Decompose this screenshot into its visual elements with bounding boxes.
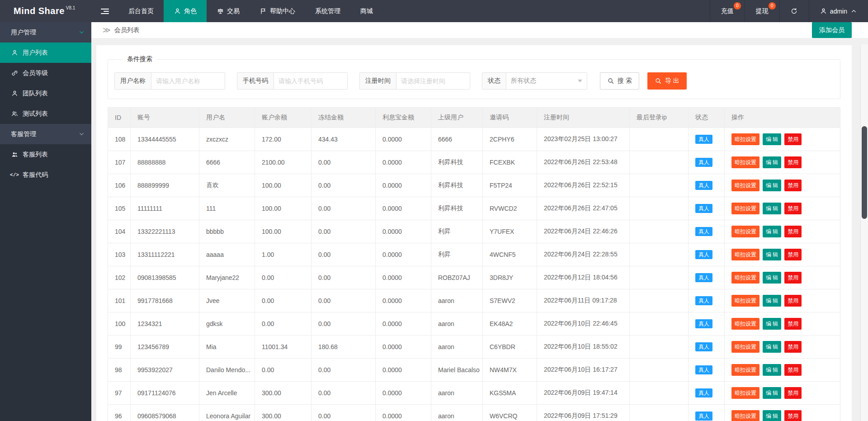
top-nav-item-5[interactable]: 商城 (350, 0, 383, 22)
top-nav-item-2[interactable]: 交易 (207, 0, 250, 22)
status-badge[interactable]: 真人 (695, 250, 712, 259)
action-button-2[interactable]: 禁用 (784, 387, 802, 399)
action-button-1[interactable]: 编 辑 (763, 180, 781, 191)
sidebar-item-1-1[interactable]: </>客服代码 (0, 165, 91, 185)
action-button-1[interactable]: 编 辑 (763, 133, 781, 145)
cell-balance: 300.00 (255, 405, 311, 421)
cell-id: 106 (108, 174, 131, 197)
action-button-1[interactable]: 编 辑 (763, 156, 781, 168)
cell-parent: 利昇科技 (431, 151, 483, 174)
status-badge[interactable]: 真人 (695, 365, 712, 374)
top-nav-item-1[interactable]: 角色 (164, 0, 207, 22)
action-button-0[interactable]: 暗扣设置 (731, 156, 760, 168)
add-member-button[interactable]: 添加会员 (812, 22, 852, 38)
action-button-2[interactable]: 禁用 (784, 226, 802, 237)
top-nav-label: 角色 (184, 7, 197, 15)
action-button-2[interactable]: 禁用 (784, 203, 802, 214)
action-button-1[interactable]: 编 辑 (763, 387, 781, 399)
sidebar-item-0-2[interactable]: 团队列表 (0, 83, 91, 104)
search-field-input-0[interactable] (151, 73, 225, 89)
status-badge[interactable]: 真人 (695, 181, 712, 190)
cell-username: gdksk (199, 312, 255, 336)
topbar-recharge-button[interactable]: 充值 0 (710, 0, 745, 22)
search-field-input-1[interactable] (274, 73, 347, 89)
action-button-0[interactable]: 暗扣设置 (731, 249, 760, 260)
action-button-0[interactable]: 暗扣设置 (731, 133, 760, 145)
cell-reg_time: 2022年06月26日 22:52:15 (537, 174, 630, 197)
action-button-2[interactable]: 禁用 (784, 249, 802, 260)
status-badge[interactable]: 真人 (695, 158, 712, 167)
action-button-0[interactable]: 暗扣设置 (731, 180, 760, 191)
status-badge[interactable]: 真人 (695, 319, 712, 328)
status-badge[interactable]: 真人 (695, 273, 712, 282)
cell-interest: 0.0000 (376, 197, 431, 220)
search-field-input-2[interactable] (396, 73, 470, 89)
status-badge[interactable]: 真人 (695, 388, 712, 397)
action-button-0[interactable]: 暗扣设置 (731, 364, 760, 376)
action-button-0[interactable]: 暗扣设置 (731, 203, 760, 214)
sidebar-item-0-1[interactable]: 会员等级 (0, 63, 91, 83)
chevron-up-icon (850, 8, 857, 15)
scrollbar-thumb[interactable] (862, 126, 867, 219)
status-badge[interactable]: 真人 (695, 204, 712, 213)
cell-id: 99 (108, 336, 131, 359)
refresh-button[interactable] (779, 0, 809, 22)
action-button-0[interactable]: 暗扣设置 (731, 387, 760, 399)
sidebar-group-title-1[interactable]: 客服管理 (0, 124, 91, 144)
status-select[interactable]: 所有状态 (506, 73, 587, 89)
action-button-1[interactable]: 编 辑 (763, 272, 781, 284)
vertical-scrollbar[interactable] (860, 44, 868, 421)
cell-account: 9953922027 (131, 359, 199, 382)
action-button-0[interactable]: 暗扣设置 (731, 295, 760, 307)
column-header-5: 利息宝金额 (376, 108, 431, 128)
action-button-1[interactable]: 编 辑 (763, 295, 781, 307)
status-badge[interactable]: 真人 (695, 412, 712, 421)
action-button-1[interactable]: 编 辑 (763, 249, 781, 260)
action-button-1[interactable]: 编 辑 (763, 410, 781, 421)
action-button-0[interactable]: 暗扣设置 (731, 410, 760, 421)
action-button-1[interactable]: 编 辑 (763, 203, 781, 214)
search-field-1: 手机号码 (237, 72, 348, 90)
cell-last_ip (630, 243, 689, 266)
status-badge[interactable]: 真人 (695, 296, 712, 305)
top-nav-item-3[interactable]: 帮助中心 (250, 0, 305, 22)
cell-balance: 100.00 (255, 197, 311, 220)
action-button-1[interactable]: 编 辑 (763, 318, 781, 330)
action-button-2[interactable]: 禁用 (784, 272, 802, 284)
action-button-0[interactable]: 暗扣设置 (731, 226, 760, 237)
search-button[interactable]: 搜 索 (600, 72, 639, 90)
sidebar-item-0-3[interactable]: 测试列表 (0, 104, 91, 124)
cell-interest: 0.0000 (376, 405, 431, 421)
action-button-2[interactable]: 禁用 (784, 410, 802, 421)
action-button-1[interactable]: 编 辑 (763, 341, 781, 353)
cell-status: 真人 (689, 220, 725, 243)
user-menu[interactable]: admin (809, 0, 868, 22)
status-badge[interactable]: 真人 (695, 227, 712, 236)
status-badge[interactable]: 真人 (695, 342, 712, 351)
action-button-2[interactable]: 禁用 (784, 318, 802, 330)
top-nav-item-0[interactable]: 后台首页 (118, 0, 164, 22)
sidebar-item-0-0[interactable]: 用户列表 (0, 43, 91, 63)
topbar-withdraw-button[interactable]: 提现 0 (745, 0, 779, 22)
action-button-2[interactable]: 禁用 (784, 295, 802, 307)
action-button-2[interactable]: 禁用 (784, 133, 802, 145)
status-badge[interactable]: 真人 (695, 135, 712, 144)
action-button-1[interactable]: 编 辑 (763, 226, 781, 237)
action-button-1[interactable]: 编 辑 (763, 364, 781, 376)
action-button-0[interactable]: 暗扣设置 (731, 341, 760, 353)
cell-actions: 暗扣设置编 辑禁用银行卡信息 ... (725, 128, 840, 151)
sidebar-item-1-0[interactable]: 客服列表 (0, 144, 91, 165)
action-button-2[interactable]: 禁用 (784, 180, 802, 191)
export-button[interactable]: 导 出 (647, 72, 687, 90)
column-header-0: ID (108, 108, 131, 128)
top-nav-item-4[interactable]: 系统管理 (305, 0, 350, 22)
cell-account: 1234321 (131, 312, 199, 336)
action-button-2[interactable]: 禁用 (784, 156, 802, 168)
action-button-0[interactable]: 暗扣设置 (731, 272, 760, 284)
action-button-2[interactable]: 禁用 (784, 364, 802, 376)
action-button-0[interactable]: 暗扣设置 (731, 318, 760, 330)
sidebar-group-title-0[interactable]: 用户管理 (0, 22, 91, 43)
action-button-2[interactable]: 禁用 (784, 341, 802, 353)
cell-id: 101 (108, 289, 131, 312)
menu-collapse-icon[interactable] (91, 0, 118, 22)
